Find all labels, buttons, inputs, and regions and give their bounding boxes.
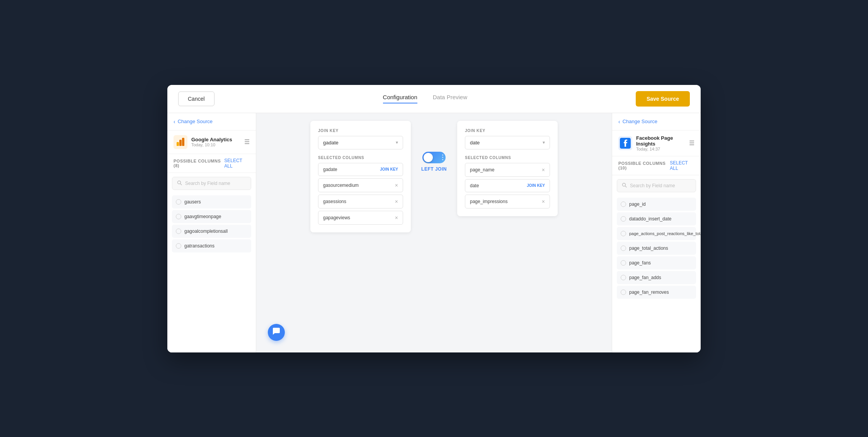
right-columns-header: POSSIBLE COLUMNS (10) SELECT ALL bbox=[612, 156, 701, 175]
left-columns-header: POSSIBLE COLUMNS (8) SELECT ALL bbox=[167, 154, 256, 173]
list-item[interactable]: dataddo_insert_date bbox=[617, 212, 696, 225]
list-item[interactable]: page_id bbox=[617, 198, 696, 211]
svg-point-6 bbox=[623, 183, 626, 186]
google-analytics-icon bbox=[175, 137, 186, 147]
column-name: gausers bbox=[184, 199, 201, 205]
list-item[interactable]: gaavgtimeonpage bbox=[172, 210, 251, 223]
list-item[interactable]: page_fan_adds bbox=[617, 271, 696, 284]
left-source-details: Google Analytics Today, 10:10 bbox=[191, 137, 240, 147]
svg-point-3 bbox=[178, 181, 181, 184]
list-item[interactable]: gagoalcompletionsall bbox=[172, 225, 251, 238]
join-type-label: LEFT JOIN bbox=[421, 166, 447, 172]
tab-data-preview[interactable]: Data Preview bbox=[433, 94, 467, 103]
left-source-info: Google Analytics Today, 10:10 ☰ bbox=[167, 130, 256, 154]
left-change-source-label: Change Source bbox=[178, 119, 213, 124]
tab-configuration[interactable]: Configuration bbox=[383, 94, 417, 103]
right-search-icon bbox=[622, 183, 627, 189]
toggle-knob bbox=[424, 153, 433, 162]
left-join-key-label: JOIN KEY bbox=[318, 129, 403, 133]
right-join-key-section: JOIN KEY date ▾ bbox=[465, 129, 550, 149]
toggle-dot bbox=[442, 157, 443, 158]
toggle-dot bbox=[442, 154, 443, 156]
modal-body: ‹ Change Source Google Analytics Today, … bbox=[167, 113, 701, 352]
svg-line-7 bbox=[625, 186, 626, 187]
list-item[interactable]: page_actions_post_reactions_like_total bbox=[617, 227, 696, 240]
list-item[interactable]: gausers bbox=[172, 195, 251, 208]
modal-container: Cancel Configuration Data Preview Save S… bbox=[167, 85, 701, 352]
left-selected-columns-list: gadate JOIN KEY gasourcemedium × gasessi… bbox=[318, 163, 403, 225]
left-column-list: gausers gaavgtimeonpage gagoalcompletion… bbox=[167, 194, 256, 256]
left-source-icon bbox=[174, 135, 187, 149]
radio-circle-icon bbox=[621, 202, 626, 207]
chevron-left-icon: ‹ bbox=[174, 119, 175, 125]
remove-column-icon[interactable]: × bbox=[542, 167, 545, 173]
selected-col-item: date JOIN KEY bbox=[465, 179, 550, 192]
column-name: dataddo_insert_date bbox=[629, 216, 671, 222]
right-change-source-label: Change Source bbox=[623, 119, 657, 124]
left-select-all-button[interactable]: SELECT ALL bbox=[224, 158, 250, 169]
selected-col-name: gapageviews bbox=[323, 215, 350, 220]
selected-col-name: gasessions bbox=[323, 199, 346, 204]
list-item[interactable]: page_fans bbox=[617, 256, 696, 269]
radio-circle-icon bbox=[621, 246, 626, 251]
left-join-key-section: JOIN KEY gadate ▾ bbox=[318, 129, 403, 149]
right-search-box[interactable]: Search by Field name bbox=[617, 179, 696, 192]
selected-col-name: gadate bbox=[323, 167, 337, 172]
left-columns-count-label: POSSIBLE COLUMNS (8) bbox=[174, 159, 224, 168]
left-source-name: Google Analytics bbox=[191, 137, 240, 142]
right-change-source-link[interactable]: ‹ Change Source bbox=[612, 113, 701, 130]
column-name: page_fans bbox=[629, 260, 651, 266]
right-join-panel: JOIN KEY date ▾ SELECTED COLUMNS page_na… bbox=[457, 121, 558, 216]
list-item[interactable]: page_fan_removes bbox=[617, 286, 696, 299]
remove-column-icon[interactable]: × bbox=[395, 198, 398, 205]
left-doc-icon[interactable]: ☰ bbox=[244, 138, 250, 146]
chat-bubble-button[interactable] bbox=[268, 324, 285, 341]
left-source-panel: ‹ Change Source Google Analytics Today, … bbox=[167, 113, 256, 352]
list-item[interactable]: page_total_actions bbox=[617, 242, 696, 255]
column-name: page_total_actions bbox=[629, 246, 668, 251]
save-source-button[interactable]: Save Source bbox=[636, 91, 690, 107]
right-search-placeholder: Search by Field name bbox=[630, 183, 675, 188]
list-item[interactable]: gatransactions bbox=[172, 239, 251, 252]
join-connector: LEFT JOIN bbox=[411, 152, 457, 172]
selected-col-item: gasourcemedium × bbox=[318, 178, 403, 192]
svg-rect-0 bbox=[177, 142, 179, 146]
right-source-name: Facebook Page Insights bbox=[636, 135, 685, 147]
chat-icon bbox=[272, 327, 281, 337]
selected-col-item: page_impressions × bbox=[465, 195, 550, 208]
svg-rect-2 bbox=[182, 138, 184, 146]
right-select-all-button[interactable]: SELECT ALL bbox=[670, 160, 694, 171]
svg-line-4 bbox=[180, 184, 182, 185]
right-join-key-dropdown[interactable]: date ▾ bbox=[465, 136, 550, 149]
radio-circle-icon bbox=[621, 275, 626, 280]
join-type-toggle[interactable] bbox=[422, 152, 446, 163]
selected-col-name: page_name bbox=[470, 167, 494, 173]
left-search-box[interactable]: Search by Field name bbox=[172, 177, 251, 190]
column-name: gaavgtimeonpage bbox=[184, 214, 221, 219]
dropdown-arrow-icon: ▾ bbox=[543, 140, 545, 145]
selected-col-item: page_name × bbox=[465, 163, 550, 177]
left-join-key-dropdown[interactable]: gadate ▾ bbox=[318, 136, 403, 149]
selected-col-item: gapageviews × bbox=[318, 211, 403, 225]
remove-column-icon[interactable]: × bbox=[395, 182, 398, 188]
chevron-left-icon: ‹ bbox=[618, 119, 620, 125]
right-doc-icon[interactable]: ☰ bbox=[689, 139, 694, 147]
radio-circle-icon bbox=[176, 214, 181, 219]
left-change-source-link[interactable]: ‹ Change Source bbox=[167, 113, 256, 130]
join-key-badge: JOIN KEY bbox=[527, 183, 545, 188]
remove-column-icon[interactable]: × bbox=[542, 198, 545, 205]
cancel-button[interactable]: Cancel bbox=[178, 91, 214, 106]
svg-rect-1 bbox=[179, 140, 182, 146]
dropdown-arrow-icon: ▾ bbox=[396, 140, 398, 145]
right-columns-count-label: POSSIBLE COLUMNS (10) bbox=[618, 161, 670, 170]
radio-circle-icon bbox=[176, 199, 181, 205]
radio-circle-icon bbox=[621, 231, 626, 236]
right-column-list: page_id dataddo_insert_date page_actions… bbox=[612, 196, 701, 302]
left-search-placeholder: Search by Field name bbox=[185, 181, 230, 186]
left-join-panel: JOIN KEY gadate ▾ SELECTED COLUMNS gadat… bbox=[310, 121, 411, 232]
selected-col-item: gadate JOIN KEY bbox=[318, 163, 403, 176]
column-name: gatransactions bbox=[184, 243, 214, 249]
column-name: gagoalcompletionsall bbox=[184, 229, 228, 234]
remove-column-icon[interactable]: × bbox=[395, 215, 398, 221]
right-selected-columns-label: SELECTED COLUMNS bbox=[465, 156, 550, 160]
